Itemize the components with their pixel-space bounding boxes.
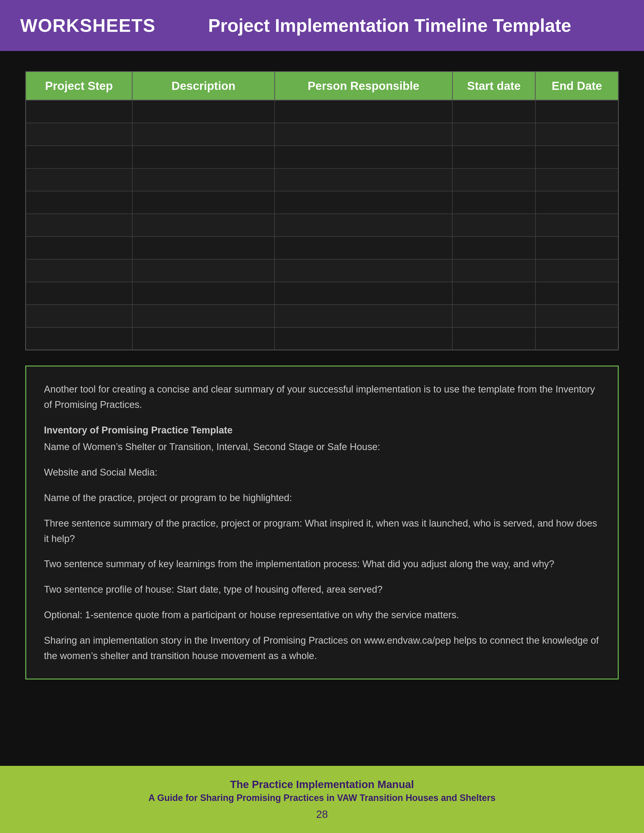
table-row	[26, 168, 618, 191]
table-cell-person_responsible[interactable]	[275, 191, 452, 214]
table-cell-end_date[interactable]	[535, 305, 618, 327]
table-cell-start_date[interactable]	[452, 282, 535, 305]
main-content: Project Step Description Person Responsi…	[0, 51, 644, 783]
info-intro: Another tool for creating a concise and …	[44, 382, 600, 412]
page-wrapper: WORKSHEETS Project Implementation Timeli…	[0, 0, 644, 833]
table-cell-person_responsible[interactable]	[275, 123, 452, 146]
table-cell-person_responsible[interactable]	[275, 305, 452, 327]
table-cell-project_step[interactable]	[26, 327, 132, 350]
table-cell-start_date[interactable]	[452, 146, 535, 168]
col-description: Description	[132, 72, 275, 100]
info-field-7: Sharing an implementation story in the I…	[44, 633, 600, 664]
table-row	[26, 191, 618, 214]
table-cell-project_step[interactable]	[26, 123, 132, 146]
table-row	[26, 305, 618, 327]
table-cell-person_responsible[interactable]	[275, 168, 452, 191]
header-worksheets-label: WORKSHEETS	[20, 15, 156, 36]
table-cell-start_date[interactable]	[452, 259, 535, 282]
info-field-2: Name of the practice, project or program…	[44, 490, 600, 506]
info-box: Another tool for creating a concise and …	[25, 365, 619, 680]
table-cell-project_step[interactable]	[26, 146, 132, 168]
header-bar: WORKSHEETS Project Implementation Timeli…	[0, 0, 644, 51]
table-cell-end_date[interactable]	[535, 100, 618, 123]
table-cell-start_date[interactable]	[452, 100, 535, 123]
col-end-date: End Date	[535, 72, 618, 100]
table-cell-project_step[interactable]	[26, 100, 132, 123]
table-cell-project_step[interactable]	[26, 168, 132, 191]
table-cell-person_responsible[interactable]	[275, 146, 452, 168]
table-row	[26, 100, 618, 123]
footer-page-number: 28	[20, 808, 624, 820]
table-cell-person_responsible[interactable]	[275, 236, 452, 259]
table-cell-person_responsible[interactable]	[275, 282, 452, 305]
table-row	[26, 282, 618, 305]
footer: The Practice Implementation Manual A Gui…	[0, 766, 644, 833]
table-row	[26, 259, 618, 282]
table-row	[26, 146, 618, 168]
table-cell-start_date[interactable]	[452, 191, 535, 214]
table-row	[26, 214, 618, 236]
timeline-table: Project Step Description Person Responsi…	[25, 71, 619, 351]
table-cell-start_date[interactable]	[452, 327, 535, 350]
col-project-step: Project Step	[26, 72, 132, 100]
table-cell-start_date[interactable]	[452, 214, 535, 236]
table-cell-description[interactable]	[132, 259, 275, 282]
table-cell-person_responsible[interactable]	[275, 327, 452, 350]
table-cell-description[interactable]	[132, 168, 275, 191]
col-start-date: Start date	[452, 72, 535, 100]
table-cell-start_date[interactable]	[452, 305, 535, 327]
table-cell-project_step[interactable]	[26, 282, 132, 305]
table-cell-project_step[interactable]	[26, 214, 132, 236]
table-cell-end_date[interactable]	[535, 146, 618, 168]
table-cell-end_date[interactable]	[535, 191, 618, 214]
table-cell-description[interactable]	[132, 305, 275, 327]
footer-title: The Practice Implementation Manual	[20, 778, 624, 791]
col-person-responsible: Person Responsible	[275, 72, 452, 100]
table-cell-start_date[interactable]	[452, 168, 535, 191]
table-cell-description[interactable]	[132, 214, 275, 236]
table-cell-description[interactable]	[132, 191, 275, 214]
table-cell-project_step[interactable]	[26, 191, 132, 214]
table-cell-end_date[interactable]	[535, 214, 618, 236]
table-cell-start_date[interactable]	[452, 236, 535, 259]
table-cell-person_responsible[interactable]	[275, 100, 452, 123]
info-field-0: Name of Women’s Shelter or Transition, I…	[44, 439, 600, 455]
table-row	[26, 236, 618, 259]
table-row	[26, 123, 618, 146]
table-cell-project_step[interactable]	[26, 236, 132, 259]
table-container: Project Step Description Person Responsi…	[25, 71, 619, 351]
table-cell-description[interactable]	[132, 123, 275, 146]
table-cell-person_responsible[interactable]	[275, 259, 452, 282]
header-title: Project Implementation Timeline Template	[156, 15, 624, 36]
table-cell-end_date[interactable]	[535, 282, 618, 305]
table-cell-end_date[interactable]	[535, 123, 618, 146]
table-cell-project_step[interactable]	[26, 259, 132, 282]
info-field-5: Two sentence profile of house: Start dat…	[44, 582, 600, 597]
table-cell-description[interactable]	[132, 236, 275, 259]
info-template-title: Inventory of Promising Practice Template	[44, 423, 600, 438]
table-cell-description[interactable]	[132, 100, 275, 123]
info-field-6: Optional: 1-sentence quote from a partic…	[44, 607, 600, 623]
table-cell-start_date[interactable]	[452, 123, 535, 146]
table-cell-project_step[interactable]	[26, 305, 132, 327]
info-field-1: Website and Social Media:	[44, 465, 600, 480]
table-header-row: Project Step Description Person Responsi…	[26, 72, 618, 100]
table-cell-end_date[interactable]	[535, 327, 618, 350]
info-field-3: Three sentence summary of the practice, …	[44, 516, 600, 547]
info-field-4: Two sentence summary of key learnings fr…	[44, 556, 600, 572]
table-cell-person_responsible[interactable]	[275, 214, 452, 236]
footer-subtitle: A Guide for Sharing Promising Practices …	[20, 793, 624, 803]
table-cell-end_date[interactable]	[535, 168, 618, 191]
table-cell-description[interactable]	[132, 282, 275, 305]
table-cell-end_date[interactable]	[535, 236, 618, 259]
table-cell-description[interactable]	[132, 146, 275, 168]
table-cell-description[interactable]	[132, 327, 275, 350]
table-cell-end_date[interactable]	[535, 259, 618, 282]
table-row	[26, 327, 618, 350]
